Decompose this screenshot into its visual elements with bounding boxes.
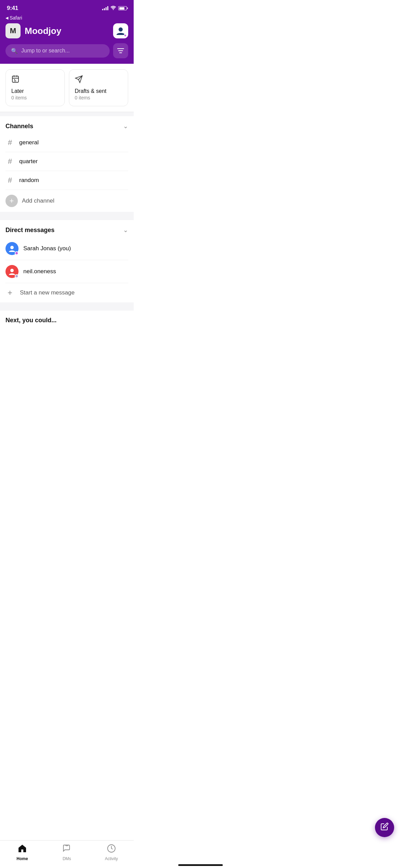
channel-general-label: general bbox=[19, 139, 39, 146]
header-left: M Moodjoy bbox=[5, 23, 61, 38]
channels-section: Channels ⌄ # general # quarter # random … bbox=[0, 116, 134, 212]
main-content: Later 0 items Drafts & sent 0 items Chan… bbox=[0, 64, 134, 351]
section-divider bbox=[0, 212, 134, 216]
dm-title: Direct messages bbox=[5, 227, 54, 234]
drafts-sub: 0 items bbox=[75, 95, 122, 100]
channel-random-label: random bbox=[19, 177, 39, 184]
search-placeholder-text: Jump to or search... bbox=[21, 48, 70, 54]
direct-messages-section: Direct messages ⌄ Sarah Jonas (you) bbox=[0, 220, 134, 302]
next-title: Next, you could... bbox=[5, 317, 57, 324]
hash-icon: # bbox=[5, 157, 14, 166]
avatar-status-dot bbox=[124, 34, 127, 37]
drafts-title: Drafts & sent bbox=[75, 88, 122, 94]
dm-header[interactable]: Direct messages ⌄ bbox=[5, 220, 128, 237]
filter-icon bbox=[117, 48, 124, 53]
neil-oneness-label: neil.oneness bbox=[23, 268, 56, 275]
channel-random[interactable]: # random bbox=[5, 171, 128, 190]
svg-point-1 bbox=[119, 27, 123, 32]
wifi-icon bbox=[110, 5, 116, 11]
later-sub: 0 items bbox=[11, 95, 59, 100]
neil-status-dot bbox=[15, 274, 19, 278]
quick-access-cards: Later 0 items Drafts & sent 0 items bbox=[0, 64, 134, 112]
signal-icon bbox=[102, 6, 108, 10]
neil-person-icon bbox=[8, 268, 16, 275]
next-section: Next, you could... bbox=[0, 311, 134, 351]
add-channel-icon: + bbox=[5, 195, 18, 207]
plus-icon: + bbox=[5, 288, 14, 298]
sarah-person-icon bbox=[8, 245, 16, 252]
neil-avatar bbox=[5, 265, 19, 278]
battery-icon bbox=[118, 6, 127, 10]
later-card[interactable]: Later 0 items bbox=[5, 69, 65, 106]
header-top: M Moodjoy bbox=[5, 23, 128, 38]
status-icons bbox=[102, 5, 127, 11]
filter-button[interactable] bbox=[113, 43, 128, 58]
channel-general[interactable]: # general bbox=[5, 133, 128, 152]
app-logo: M bbox=[5, 23, 21, 38]
svg-point-5 bbox=[10, 246, 14, 249]
start-new-label: Start a new message bbox=[20, 289, 75, 296]
add-channel-button[interactable]: + Add channel bbox=[5, 190, 128, 212]
status-time: 9:41 bbox=[7, 5, 18, 12]
svg-rect-3 bbox=[118, 50, 123, 51]
svg-rect-2 bbox=[117, 48, 124, 49]
later-title: Later bbox=[11, 88, 59, 94]
hash-icon: # bbox=[5, 176, 14, 185]
sarah-status-dot bbox=[15, 251, 19, 255]
channels-title: Channels bbox=[5, 123, 33, 130]
sarah-avatar bbox=[5, 242, 19, 255]
header: Safari M Moodjoy 🔍 Jump to or search... bbox=[0, 14, 134, 64]
search-row: 🔍 Jump to or search... bbox=[5, 43, 128, 58]
svg-rect-4 bbox=[119, 52, 122, 53]
start-new-message[interactable]: + Start a new message bbox=[5, 283, 128, 302]
sarah-jonas-label: Sarah Jonas (you) bbox=[23, 245, 71, 252]
hash-icon: # bbox=[5, 138, 14, 147]
dm-neil-oneness[interactable]: neil.oneness bbox=[5, 260, 128, 283]
search-icon: 🔍 bbox=[11, 48, 18, 54]
add-channel-label: Add channel bbox=[22, 197, 54, 204]
svg-point-0 bbox=[113, 9, 114, 10]
channels-header[interactable]: Channels ⌄ bbox=[5, 116, 128, 133]
channels-chevron-icon: ⌄ bbox=[123, 122, 128, 130]
safari-back[interactable]: Safari bbox=[5, 15, 128, 21]
dm-chevron-icon: ⌄ bbox=[123, 226, 128, 234]
profile-avatar-button[interactable] bbox=[113, 23, 128, 38]
section-divider-2 bbox=[0, 302, 134, 306]
dm-sarah-jonas[interactable]: Sarah Jonas (you) bbox=[5, 237, 128, 260]
drafts-card[interactable]: Drafts & sent 0 items bbox=[69, 69, 128, 106]
channel-quarter-label: quarter bbox=[19, 158, 38, 165]
channel-quarter[interactable]: # quarter bbox=[5, 152, 128, 171]
search-bar[interactable]: 🔍 Jump to or search... bbox=[5, 44, 110, 58]
later-icon bbox=[11, 75, 59, 85]
status-bar: 9:41 bbox=[0, 0, 134, 14]
drafts-icon bbox=[75, 75, 122, 85]
app-name: Moodjoy bbox=[25, 26, 61, 36]
svg-point-6 bbox=[10, 269, 14, 272]
